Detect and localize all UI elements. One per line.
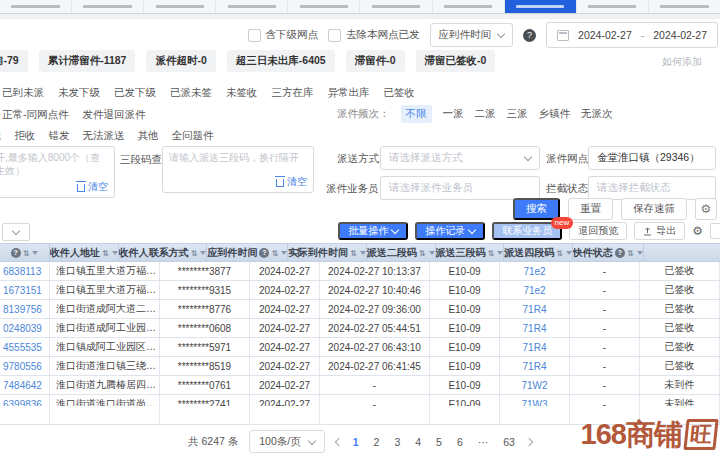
table-row[interactable]: 4555535 淮口镇成阿工业园区… ********5971 2024-02-… — [0, 338, 720, 357]
dispatch-method-select[interactable]: 请选择派送方式 — [380, 146, 540, 170]
segment3-code-link[interactable]: 71R4 — [500, 300, 570, 318]
table-settings-gear-icon[interactable] — [692, 225, 703, 237]
page-number[interactable]: ··· — [478, 436, 489, 448]
table-row[interactable]: 8139756 淮口街道成阿大道二… ********8776 2024-02-… — [0, 300, 720, 319]
problem-filter-link[interactable]: 错发 — [49, 129, 70, 143]
frequency-option[interactable]: 无派次 — [581, 107, 613, 121]
page-number[interactable]: 5 — [436, 436, 442, 448]
top-tab[interactable] — [0, 0, 71, 13]
export-button[interactable]: 导出 — [634, 222, 685, 240]
type-filter-link[interactable]: 发件退回派件 — [83, 108, 146, 122]
waybill-number-link[interactable]: 7484642 — [0, 376, 50, 394]
column-settings-icon[interactable] — [710, 223, 720, 239]
frequency-option-active[interactable]: 不限 — [401, 105, 432, 123]
time-type-select[interactable]: 应到件时间 — [430, 23, 514, 47]
exclude-sent-checkbox[interactable] — [328, 29, 341, 42]
page-number[interactable]: 4 — [415, 436, 421, 448]
dispatch-site-select[interactable]: 金堂淮口镇（29346） — [588, 146, 716, 170]
waybill-number-link[interactable]: 4555535 — [0, 338, 50, 356]
segment3-code-link[interactable]: 71e2 — [500, 281, 570, 299]
page-number[interactable]: 2 — [374, 436, 380, 448]
table-header-cell[interactable]: 收件人联系方式 — [119, 244, 208, 261]
prev-page-icon[interactable] — [334, 437, 342, 445]
date-end[interactable]: 2024-02-27 — [653, 29, 707, 41]
waybill-number-link[interactable]: 0248039 — [0, 319, 50, 337]
stat-tag[interactable]: 累计滞留件-1187 — [39, 50, 136, 72]
table-header-cell[interactable]: 派送三段码 — [436, 244, 505, 261]
return-preview-button[interactable]: 退回预览 — [569, 222, 627, 240]
stat-tag[interactable]: 滞留已签收-0 — [416, 50, 496, 72]
date-range-picker[interactable]: 2024-02-27 - 2024-02-27 — [546, 22, 718, 48]
reset-button[interactable]: 重置 — [568, 198, 613, 220]
stat-tag[interactable]: 派件超时-0 — [146, 50, 215, 72]
table-row[interactable]: 9780556 淮口街道淮口镇三绕… ********8519 2024-02-… — [0, 357, 720, 376]
segment3-code-link[interactable]: 71R4 — [500, 338, 570, 356]
status-filter-link[interactable]: 已派未签 — [170, 86, 212, 100]
problem-filter-link[interactable]: 全问题件 — [172, 129, 214, 143]
status-filter-link[interactable]: 已到未派 — [2, 86, 44, 100]
operation-records-button[interactable]: 操作记录 — [415, 222, 485, 240]
intercept-status-select[interactable]: 请选择拦截状态 — [588, 176, 716, 200]
waybill-query-textarea[interactable]: ，换行隔开,最多输入8000个（查询条件不生效） 清空 — [0, 146, 115, 198]
segment3-code-link[interactable]: 71R4 — [500, 357, 570, 375]
table-header-cell[interactable]: 派送四段码 — [504, 244, 573, 261]
problem-filter-link[interactable]: 其他 — [138, 129, 159, 143]
page-number[interactable]: 63 — [503, 436, 515, 448]
table-header-cell[interactable]: 派送二段码 — [367, 244, 436, 261]
top-tab-active[interactable] — [505, 0, 576, 13]
status-filter-link[interactable]: 异常出库 — [328, 86, 370, 100]
frequency-option[interactable]: 一派 — [443, 107, 464, 121]
table-header-cell[interactable]: 实际到件时间 — [288, 244, 367, 261]
courier-select[interactable]: 请选择派件业务员 — [380, 176, 540, 200]
batch-operations-button[interactable]: 批量操作 — [338, 222, 408, 240]
page-number[interactable]: 1 — [353, 436, 359, 448]
segment3-code-link[interactable]: 71W2 — [500, 376, 570, 394]
status-filter-link[interactable]: 已签收 — [384, 86, 416, 100]
segment-query-textarea[interactable]: 请输入派送三段码，换行隔开 清空 — [162, 146, 314, 193]
table-row[interactable]: 7484642 淮口街道九腾椿居四… ********0761 2024-02-… — [0, 376, 720, 395]
segment3-code-link[interactable]: 71e2 — [500, 262, 570, 280]
frequency-option[interactable]: 乡镇件 — [539, 107, 571, 121]
status-filter-link[interactable]: 未发下级 — [58, 86, 100, 100]
status-filter-link[interactable]: 已发下级 — [114, 86, 156, 100]
page-number[interactable]: 6 — [457, 436, 463, 448]
table-header-cell[interactable]: 快件状态 — [573, 244, 644, 261]
exclude-sent-checkbox-group[interactable]: 去除本网点已发 — [328, 28, 420, 42]
waybill-number-link[interactable]: 6838113 — [0, 262, 50, 280]
problem-filter-link[interactable]: 退 — [0, 129, 2, 143]
top-tab[interactable] — [288, 0, 359, 13]
search-button[interactable]: 搜索 — [513, 198, 560, 220]
table-row[interactable]: 6838113 淮口镇五里大道万福… ********3877 2024-02-… — [0, 262, 720, 281]
table-header-cell[interactable]: 收件人地址 — [50, 244, 119, 261]
save-filter-button[interactable]: 保存速筛 — [621, 198, 687, 220]
include-sub-checkbox-group[interactable]: 含下级网点 — [248, 28, 319, 42]
top-tab[interactable] — [216, 0, 287, 13]
problem-filter-link[interactable]: 拒收 — [15, 129, 36, 143]
contact-courier-button[interactable]: 联系业务员 new — [492, 222, 562, 240]
bulk-select-dropdown[interactable] — [2, 223, 30, 241]
stat-tag[interactable]: 滞留件-0 — [346, 50, 405, 72]
top-tab[interactable] — [649, 0, 720, 13]
frequency-option[interactable]: 二派 — [475, 107, 496, 121]
table-header-waybill[interactable] — [0, 244, 50, 261]
page-size-select[interactable]: 100条/页 — [249, 430, 324, 453]
next-page-icon[interactable] — [525, 437, 533, 445]
page-number[interactable]: 3 — [394, 436, 400, 448]
frequency-option[interactable]: 三派 — [507, 107, 528, 121]
top-tab[interactable] — [72, 0, 143, 13]
include-sub-checkbox[interactable] — [248, 29, 261, 42]
waybill-number-link[interactable]: 9780556 — [0, 357, 50, 375]
table-header-cell[interactable]: 应到件时间 — [207, 244, 288, 261]
top-tab[interactable] — [433, 0, 504, 13]
segment3-code-link[interactable]: 71R4 — [500, 319, 570, 337]
top-tab[interactable] — [577, 0, 648, 13]
waybill-number-link[interactable]: 8139756 — [0, 300, 50, 318]
waybill-number-link[interactable]: 1673151 — [0, 281, 50, 299]
status-filter-link[interactable]: 未签收 — [226, 86, 258, 100]
problem-filter-link[interactable]: 无法派送 — [83, 129, 125, 143]
type-filter-link[interactable]: 正常-同网点件 — [2, 108, 69, 122]
status-filter-link[interactable]: 三方在库 — [272, 86, 314, 100]
top-tab[interactable] — [144, 0, 215, 13]
table-row[interactable]: 0248039 淮口街道成阿工业园… ********0608 2024-02-… — [0, 319, 720, 338]
stat-tag[interactable]: 超三日未出库-6405 — [227, 50, 335, 72]
